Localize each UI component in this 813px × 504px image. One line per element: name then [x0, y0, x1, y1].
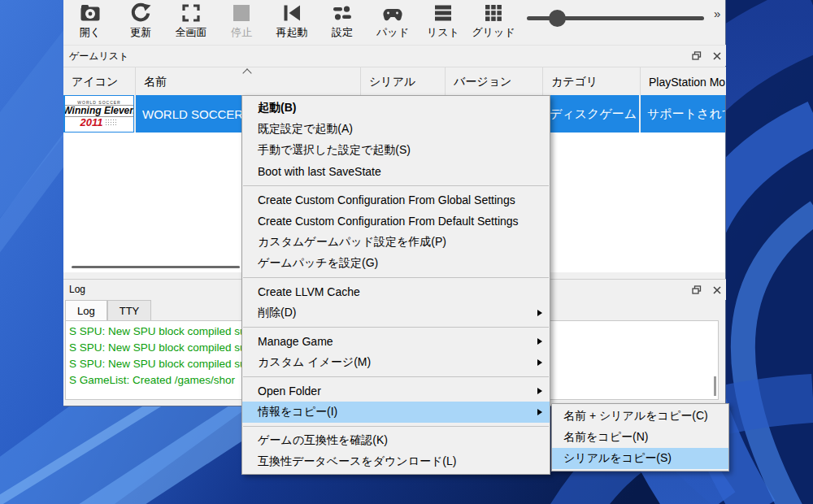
log-dock-title: Log: [69, 284, 85, 295]
column-header-category[interactable]: カテゴリ: [543, 67, 641, 96]
game-list-header: アイコン 名前 シリアル バージョン カテゴリ PlayStation Mo: [63, 67, 726, 95]
game-psmove-cell[interactable]: サポートされて: [641, 95, 725, 133]
log-vertical-scrollbar[interactable]: [714, 376, 716, 396]
boot-button-label: 開く: [80, 25, 101, 40]
submenu-arrow-icon: [537, 388, 542, 394]
menu-separator: [243, 185, 549, 186]
icon-size-slider[interactable]: [527, 11, 707, 25]
list-view-button-label: リスト: [427, 25, 459, 40]
settings-button-label: 設定: [332, 25, 353, 40]
restart-icon: [281, 2, 302, 24]
menu-item-custom-config-global[interactable]: Create Custom Configuration From Global …: [242, 189, 550, 211]
menu-item-label: 削除(D): [258, 306, 296, 320]
menu-item-boot-manual-config[interactable]: 手動で選択した設定で起動(S): [242, 140, 550, 161]
menu-separator: [243, 426, 549, 427]
menu-item-label: Boot with last SaveState: [258, 165, 381, 178]
menu-item-label: シリアルをコピー(S): [563, 451, 672, 466]
fullscreen-button[interactable]: 全画面: [166, 2, 216, 43]
log-float-button[interactable]: [689, 283, 704, 298]
log-close-button[interactable]: [710, 283, 724, 298]
game-cover-thumbnail: WORLD SOCCER Winning Eleven 2011: [65, 96, 133, 132]
menu-item-label: 情報をコピー(I): [258, 405, 337, 419]
menu-item-download-compat-database[interactable]: 互換性データベースをダウンロード(L): [242, 451, 550, 472]
menu-item-copy-info[interactable]: 情報をコピー(I): [242, 402, 550, 423]
submenu-arrow-icon: [537, 359, 542, 366]
grid-view-icon: [483, 2, 504, 24]
restart-button[interactable]: 再起動: [267, 2, 317, 43]
menu-item-label: カスタムゲームパッド設定を作成(P): [258, 235, 446, 250]
menu-item-label: 手動で選択した設定で起動(S): [258, 143, 411, 158]
boot-open-icon: [80, 2, 101, 24]
menu-item-open-folder[interactable]: Open Folder: [242, 380, 550, 402]
menu-item-label: Create Custom Configuration From Default…: [258, 215, 519, 228]
submenu-item-copy-name-serial[interactable]: 名前 + シリアルをコピー(C): [552, 406, 728, 427]
stop-button: 停止: [216, 2, 267, 43]
menu-item-label: カスタム イメージ(M): [258, 355, 371, 370]
submenu-arrow-icon: [537, 409, 542, 415]
refresh-button-label: 更新: [130, 25, 151, 40]
tab-tty[interactable]: TTY: [107, 300, 152, 320]
column-header-icon[interactable]: アイコン: [63, 67, 136, 96]
column-header-playstation-move[interactable]: PlayStation Mo: [641, 67, 726, 96]
toolbar-overflow-chevron[interactable]: »: [714, 7, 720, 20]
gamepad-settings-button[interactable]: パッド: [367, 2, 418, 43]
tab-log[interactable]: Log: [65, 300, 107, 320]
game-icon-main-text: Winning Eleven: [65, 105, 133, 117]
game-icon-dots-pattern: [105, 119, 118, 127]
menu-item-check-compatibility[interactable]: ゲームの互換性を確認(K): [242, 430, 550, 451]
column-header-version[interactable]: バージョン: [446, 67, 543, 96]
boot-button[interactable]: 開く: [65, 2, 115, 43]
game-list-horizontal-scrollbar[interactable]: [72, 266, 240, 268]
menu-item-label: 起動(B): [258, 101, 296, 115]
menu-item-boot-savestate[interactable]: Boot with last SaveState: [242, 161, 550, 182]
grid-view-button-label: グリッド: [472, 25, 515, 40]
game-category-cell[interactable]: ディスクゲーム: [543, 95, 641, 133]
fullscreen-icon: [180, 2, 202, 24]
menu-item-label: Open Folder: [258, 385, 321, 398]
submenu-item-copy-name[interactable]: 名前をコピー(N): [552, 427, 728, 448]
submenu-arrow-icon: [537, 338, 542, 345]
menu-item-label: 既定設定で起動(A): [258, 122, 353, 137]
menu-item-manage-patches[interactable]: ゲームパッチを設定(G): [242, 253, 550, 274]
gamepad-icon: [382, 2, 403, 24]
menu-item-label: ゲームパッチを設定(G): [258, 256, 378, 271]
menu-item-remove[interactable]: 削除(D): [242, 302, 550, 324]
list-view-icon: [433, 2, 454, 24]
gamepad-button-label: パッド: [376, 25, 409, 40]
game-list-float-button[interactable]: [689, 49, 704, 63]
menu-item-custom-images[interactable]: カスタム イメージ(M): [242, 352, 550, 373]
menu-item-label: 名前 + シリアルをコピー(C): [563, 409, 708, 424]
menu-separator: [243, 376, 549, 377]
refresh-button[interactable]: 更新: [115, 2, 166, 43]
copy-info-submenu: 名前 + シリアルをコピー(C) 名前をコピー(N) シリアルをコピー(S): [551, 403, 729, 471]
menu-item-boot[interactable]: 起動(B): [242, 98, 550, 119]
menu-item-create-llvm-cache[interactable]: Create LLVM Cache: [242, 281, 550, 302]
settings-button[interactable]: 設定: [317, 2, 367, 43]
menu-item-manage-game[interactable]: Manage Game: [242, 331, 550, 352]
grid-view-button[interactable]: グリッド: [468, 2, 519, 43]
menu-item-label: Manage Game: [258, 335, 333, 348]
menu-item-custom-config-default[interactable]: Create Custom Configuration From Default…: [242, 211, 550, 232]
close-icon: [712, 51, 722, 61]
game-context-menu: 起動(B) 既定設定で起動(A) 手動で選択した設定で起動(S) Boot wi…: [241, 95, 550, 475]
game-icon-year-text: 2011: [80, 117, 103, 128]
stop-button-label: 停止: [231, 25, 252, 40]
menu-item-custom-pad-config[interactable]: カスタムゲームパッド設定を作成(P): [242, 232, 550, 253]
game-icon-cell[interactable]: WORLD SOCCER Winning Eleven 2011: [63, 95, 136, 133]
column-header-serial[interactable]: シリアル: [361, 67, 446, 96]
game-list-dock-titlebar: ゲームリスト: [63, 45, 726, 66]
game-list-close-button[interactable]: [710, 49, 724, 63]
menu-item-label: ゲームの互換性を確認(K): [258, 433, 388, 448]
float-icon: [692, 51, 702, 61]
menu-item-label: Create Custom Configuration From Global …: [258, 193, 515, 206]
stop-icon: [231, 2, 252, 24]
list-view-button[interactable]: リスト: [418, 2, 468, 43]
game-list-dock-title: ゲームリスト: [69, 50, 128, 63]
refresh-icon: [130, 2, 151, 24]
toolbar: 開く 更新 全画面 停止 再起動: [63, 0, 726, 45]
submenu-item-copy-serial[interactable]: シリアルをコピー(S): [552, 448, 728, 469]
menu-separator: [243, 327, 549, 328]
menu-item-boot-default-config[interactable]: 既定設定で起動(A): [242, 119, 550, 140]
settings-icon: [332, 2, 353, 24]
slider-handle[interactable]: [549, 10, 566, 27]
